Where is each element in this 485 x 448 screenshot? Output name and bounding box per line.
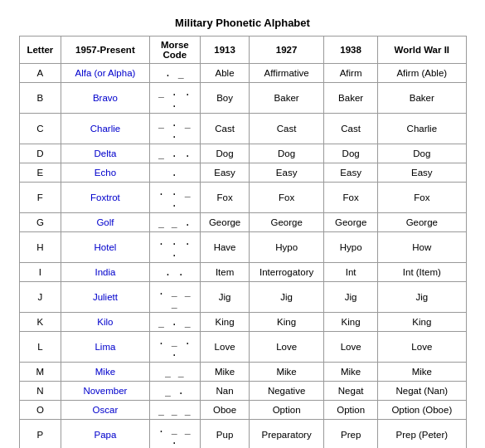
cell-r11-c5: Love bbox=[324, 332, 378, 363]
cell-r4-c6: Easy bbox=[378, 163, 466, 183]
cell-r5-c2: . . _ . bbox=[149, 183, 200, 213]
cell-r5-c0: F bbox=[19, 183, 61, 213]
cell-r9-c6: Jig bbox=[378, 282, 466, 313]
cell-r1-c3: Boy bbox=[201, 83, 250, 114]
cell-r2-c0: C bbox=[19, 114, 61, 144]
cell-r6-c0: G bbox=[19, 213, 61, 232]
cell-r8-c1: India bbox=[61, 263, 149, 282]
cell-r0-c3: Able bbox=[201, 64, 250, 83]
cell-r12-c6: Mike bbox=[378, 363, 466, 382]
cell-r2-c4: Cast bbox=[250, 114, 324, 144]
cell-r3-c0: D bbox=[19, 144, 61, 163]
header-1913: 1913 bbox=[201, 37, 250, 64]
cell-r8-c5: Int bbox=[324, 263, 378, 282]
cell-r12-c0: M bbox=[19, 363, 61, 382]
cell-r2-c1: Charlie bbox=[61, 114, 149, 144]
cell-r6-c3: George bbox=[201, 213, 250, 232]
cell-r15-c5: Prep bbox=[324, 420, 378, 449]
cell-r9-c2: . _ _ _ bbox=[149, 282, 200, 313]
cell-r11-c6: Love bbox=[378, 332, 466, 363]
cell-r15-c2: . _ _ . bbox=[149, 420, 200, 449]
cell-r14-c3: Oboe bbox=[201, 401, 250, 420]
cell-r1-c1: Bravo bbox=[61, 83, 149, 114]
cell-r10-c2: _ . _ bbox=[149, 313, 200, 332]
cell-r13-c1: November bbox=[61, 382, 149, 401]
cell-r1-c5: Baker bbox=[324, 83, 378, 114]
table-row: CCharlie_ . _ .CastCastCastCharlie bbox=[19, 114, 466, 144]
cell-r13-c5: Negat bbox=[324, 382, 378, 401]
table-row: KKilo_ . _KingKingKingKing bbox=[19, 313, 466, 332]
cell-r0-c2: . _ bbox=[149, 64, 200, 83]
cell-r14-c4: Option bbox=[250, 401, 324, 420]
cell-r8-c3: Item bbox=[201, 263, 250, 282]
table-row: MMike_ _MikeMikeMikeMike bbox=[19, 363, 466, 382]
cell-r10-c1: Kilo bbox=[61, 313, 149, 332]
page-container: Military Phonetic Alphabet Letter 1957-P… bbox=[19, 17, 467, 448]
cell-r7-c1: Hotel bbox=[61, 232, 149, 263]
cell-r7-c6: How bbox=[378, 232, 466, 263]
cell-r5-c3: Fox bbox=[201, 183, 250, 213]
cell-r12-c2: _ _ bbox=[149, 363, 200, 382]
cell-r11-c4: Love bbox=[250, 332, 324, 363]
table-row: NNovember_ .NanNegativeNegatNegat (Nan) bbox=[19, 382, 466, 401]
cell-r5-c5: Fox bbox=[324, 183, 378, 213]
cell-r7-c0: H bbox=[19, 232, 61, 263]
cell-r13-c2: _ . bbox=[149, 382, 200, 401]
table-row: OOscar_ _ _OboeOptionOptionOption (Oboe) bbox=[19, 401, 466, 420]
cell-r4-c3: Easy bbox=[201, 163, 250, 183]
cell-r6-c4: George bbox=[250, 213, 324, 232]
cell-r8-c2: . . bbox=[149, 263, 200, 282]
cell-r0-c1: Alfa (or Alpha) bbox=[61, 64, 149, 83]
cell-r7-c5: Hypo bbox=[324, 232, 378, 263]
table-row: BBravo_ . . .BoyBakerBakerBaker bbox=[19, 83, 466, 114]
cell-r15-c3: Pup bbox=[201, 420, 250, 449]
table-body: AAlfa (or Alpha). _AbleAffirmativeAfirmA… bbox=[19, 64, 466, 449]
cell-r15-c4: Preparatory bbox=[250, 420, 324, 449]
header-letter: Letter bbox=[19, 37, 61, 64]
cell-r3-c1: Delta bbox=[61, 144, 149, 163]
cell-r1-c4: Baker bbox=[250, 83, 324, 114]
cell-r10-c5: King bbox=[324, 313, 378, 332]
cell-r4-c5: Easy bbox=[324, 163, 378, 183]
cell-r6-c6: George bbox=[378, 213, 466, 232]
table-row: LLima. _ . .LoveLoveLoveLove bbox=[19, 332, 466, 363]
cell-r11-c3: Love bbox=[201, 332, 250, 363]
cell-r3-c2: _ . . bbox=[149, 144, 200, 163]
cell-r15-c0: P bbox=[19, 420, 61, 449]
cell-r1-c2: _ . . . bbox=[149, 83, 200, 114]
cell-r3-c6: Dog bbox=[378, 144, 466, 163]
cell-r0-c4: Affirmative bbox=[250, 64, 324, 83]
cell-r5-c4: Fox bbox=[250, 183, 324, 213]
cell-r9-c3: Jig bbox=[201, 282, 250, 313]
cell-r2-c2: _ . _ . bbox=[149, 114, 200, 144]
header-1938: 1938 bbox=[324, 37, 378, 64]
header-1927: 1927 bbox=[250, 37, 324, 64]
cell-r14-c5: Option bbox=[324, 401, 378, 420]
cell-r14-c0: O bbox=[19, 401, 61, 420]
cell-r8-c0: I bbox=[19, 263, 61, 282]
cell-r7-c4: Hypo bbox=[250, 232, 324, 263]
table-row: AAlfa (or Alpha). _AbleAffirmativeAfirmA… bbox=[19, 64, 466, 83]
cell-r10-c4: King bbox=[250, 313, 324, 332]
cell-r8-c6: Int (Item) bbox=[378, 263, 466, 282]
cell-r10-c6: King bbox=[378, 313, 466, 332]
cell-r10-c0: K bbox=[19, 313, 61, 332]
cell-r3-c3: Dog bbox=[201, 144, 250, 163]
cell-r0-c5: Afirm bbox=[324, 64, 378, 83]
table-row: HHotel. . . .HaveHypoHypoHow bbox=[19, 232, 466, 263]
cell-r14-c1: Oscar bbox=[61, 401, 149, 420]
cell-r2-c5: Cast bbox=[324, 114, 378, 144]
cell-r13-c6: Negat (Nan) bbox=[378, 382, 466, 401]
header-1957: 1957-Present bbox=[61, 37, 149, 64]
cell-r14-c6: Option (Oboe) bbox=[378, 401, 466, 420]
cell-r9-c0: J bbox=[19, 282, 61, 313]
header-morse: Morse Code bbox=[149, 37, 200, 64]
cell-r12-c4: Mike bbox=[250, 363, 324, 382]
cell-r13-c3: Nan bbox=[201, 382, 250, 401]
cell-r3-c5: Dog bbox=[324, 144, 378, 163]
cell-r6-c2: _ _ . bbox=[149, 213, 200, 232]
cell-r11-c2: . _ . . bbox=[149, 332, 200, 363]
cell-r12-c1: Mike bbox=[61, 363, 149, 382]
table-row: DDelta_ . .DogDogDogDog bbox=[19, 144, 466, 163]
cell-r8-c4: Interrogatory bbox=[250, 263, 324, 282]
